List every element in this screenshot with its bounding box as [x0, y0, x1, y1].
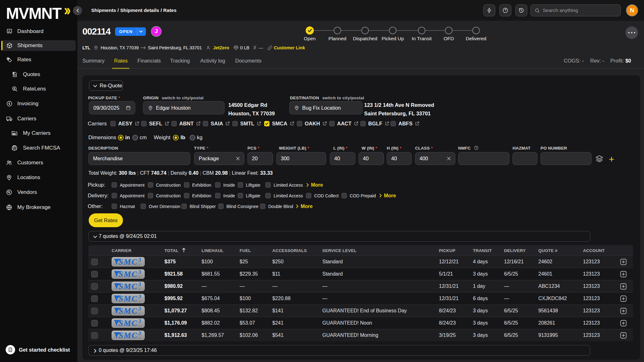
svg-text:SMC: SMC	[119, 306, 138, 315]
svg-text:SMC: SMC	[119, 270, 138, 279]
svg-text:3: 3	[138, 257, 141, 263]
svg-text:3: 3	[138, 318, 141, 324]
svg-text:3: 3	[138, 282, 141, 287]
svg-text:3: 3	[138, 294, 141, 299]
svg-text:3: 3	[138, 306, 141, 312]
svg-text:3: 3	[138, 269, 141, 275]
svg-text:SMC: SMC	[119, 282, 138, 291]
svg-text:SMC: SMC	[119, 294, 138, 303]
svg-text:SMC: SMC	[119, 319, 138, 328]
svg-text:3: 3	[138, 331, 141, 336]
svg-text:SMC: SMC	[119, 257, 138, 266]
svg-text:SMC: SMC	[119, 331, 138, 340]
